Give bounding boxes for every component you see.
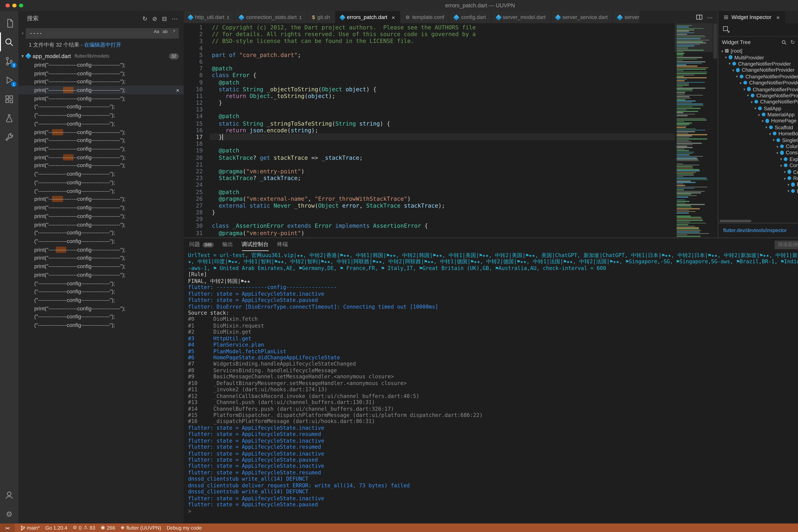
editor-scrollbar[interactable] xyxy=(713,23,718,238)
search-result-row[interactable]: ("----------------config----------------… xyxy=(18,321,184,329)
problems-status-item[interactable]: ⊘ 0 ⚠ 83 xyxy=(73,525,95,531)
code-line[interactable]: @pragma("vm:external-name", "Error_throw… xyxy=(209,195,675,202)
sidebar-item-run-debug[interactable]: 1 xyxy=(0,70,18,89)
code-line[interactable]: @patch xyxy=(209,113,675,120)
minimap[interactable] xyxy=(675,23,713,238)
scrollbar-thumb[interactable] xyxy=(714,23,717,59)
widget-tree-node-changenotifierprovider[interactable]: ▾ChangeNotifierProvider xyxy=(718,73,798,80)
more-actions-icon[interactable]: ⋯ xyxy=(172,16,177,21)
hscrollbar-thumb[interactable] xyxy=(720,220,752,222)
editor-tab-errors-patch-dart[interactable]: errors_patch.dart× xyxy=(336,11,401,23)
expand-caret-icon[interactable]: ▾ xyxy=(782,176,787,180)
code-line[interactable]: @patch xyxy=(209,65,675,72)
expand-caret-icon[interactable]: ▾ xyxy=(735,74,739,78)
code-line[interactable]: @pragma("vm:entry-point") xyxy=(209,168,675,175)
editor-tab-server-service-dart[interactable]: server_service.dart xyxy=(551,11,613,23)
search-result-row[interactable]: ("----------------config----------------… xyxy=(18,178,184,187)
code-line[interactable]: StackTrace? _stackTrace; xyxy=(209,175,675,182)
close-window-button[interactable] xyxy=(5,3,10,7)
search-result-row[interactable]: ("----------------config----------------… xyxy=(18,279,184,287)
search-result-row[interactable]: print("----------------config-----------… xyxy=(18,136,184,145)
refresh-icon[interactable]: ↻ xyxy=(142,16,147,21)
expand-caret-icon[interactable]: ▾ xyxy=(760,119,765,123)
select-widget-mode-icon[interactable] xyxy=(723,24,730,35)
expand-caret-icon[interactable]: ▾ xyxy=(775,144,779,149)
sidebar-item-source-control[interactable]: 3 xyxy=(0,51,18,70)
search-result-row[interactable]: print("----------------config-----------… xyxy=(18,86,184,94)
widget-tree-node-materialapp[interactable]: ▾MaterialApp xyxy=(718,111,798,118)
widget-tree-node-row[interactable]: ▾Row xyxy=(718,175,798,182)
code-editor[interactable]: 1234567891011121314151617181920212223242… xyxy=(184,23,718,238)
widget-tree-node-sailapp[interactable]: ▾SailApp xyxy=(718,105,798,111)
devtools-link[interactable]: flutter.dev/devtools/inspector xyxy=(723,228,787,233)
code-line[interactable]: return json.encode(string); xyxy=(209,127,675,133)
code-line[interactable]: // for details. All rights reserved. Use… xyxy=(209,31,675,38)
widget-tree-node-singlechildscrollview[interactable]: ▾SingleChildScrollView xyxy=(718,137,798,143)
code-line[interactable]: return Object._toString(object); xyxy=(209,92,675,99)
tab-close-icon[interactable]: × xyxy=(392,14,395,20)
expand-caret-icon[interactable]: ▾ xyxy=(742,87,746,91)
search-result-row[interactable]: print("----------------config-----------… xyxy=(18,220,184,229)
tree-hscrollbar[interactable] xyxy=(718,219,798,223)
search-result-row[interactable]: ("----------------config----------------… xyxy=(18,119,184,128)
search-result-row[interactable]: print("----------------config-----------… xyxy=(18,195,184,204)
search-result-row[interactable]: ("----------------config----------------… xyxy=(18,170,184,178)
widget-tree-node-column[interactable]: ▾Column xyxy=(718,143,798,150)
console-filter-input[interactable] xyxy=(774,240,798,249)
account-button[interactable] xyxy=(0,486,18,505)
open-in-editor-link[interactable]: 在编辑器中打开 xyxy=(84,42,121,48)
editor-tab-git-sh[interactable]: $git.sh xyxy=(307,11,336,23)
expand-caret-icon[interactable]: ▾ xyxy=(768,132,772,136)
expand-caret-icon[interactable]: ▾ xyxy=(775,151,779,155)
branch-status-item[interactable]: main* xyxy=(20,525,40,531)
remote-indicator[interactable]: >< xyxy=(0,524,15,532)
widget-tree-node-column[interactable]: ▾Column xyxy=(718,169,798,175)
widget-tree-node-changenotifierprovider[interactable]: ▾ChangeNotifierProvider xyxy=(718,67,798,73)
code-line[interactable] xyxy=(209,182,675,188)
search-result-row[interactable]: print("----------------config-----------… xyxy=(18,304,184,312)
expand-caret-icon[interactable]: ▾ xyxy=(720,49,724,53)
search-result-row[interactable]: print("----------------config-----------… xyxy=(18,254,184,262)
code-line[interactable]: } xyxy=(209,99,675,106)
expand-caret-icon[interactable]: ▾ xyxy=(764,125,768,129)
code-line[interactable]: @patch xyxy=(209,147,675,154)
expand-caret-icon[interactable]: ▾ xyxy=(753,106,758,110)
code-line[interactable]: // BSD-style license that can be found i… xyxy=(209,38,675,44)
sidebar-item-extensions[interactable] xyxy=(0,89,18,108)
code-line[interactable]: @patch xyxy=(209,188,675,195)
widget-tree-node-changenotifierprovider[interactable]: ▾ChangeNotifierProvider xyxy=(718,92,798,99)
widget-tree-node-scaffold[interactable]: ▾Scaffold xyxy=(718,124,798,131)
expand-caret-icon[interactable]: ▾ xyxy=(757,112,761,117)
search-result-row[interactable]: print("----------------config-----------… xyxy=(18,77,184,86)
search-result-row[interactable]: ("----------------config----------------… xyxy=(18,296,184,304)
code-line[interactable]: @pragma("vm:entry-point") xyxy=(209,229,675,236)
search-result-row[interactable]: print("----------------config-----------… xyxy=(18,271,184,279)
expand-caret-icon[interactable]: ▾ xyxy=(749,100,754,104)
search-result-row[interactable]: print("----------------config-----------… xyxy=(18,212,184,220)
code-line[interactable]: StackTrace? get stackTrace => _stackTrac… xyxy=(209,154,675,161)
minimize-window-button[interactable] xyxy=(12,3,16,7)
search-result-row[interactable]: ("----------------config----------------… xyxy=(18,312,184,321)
expand-caret-icon[interactable]: ▾ xyxy=(779,157,783,161)
code-line[interactable]: @patch xyxy=(209,79,675,86)
widget-tree-node-consumer[interactable]: ▾Consumer xyxy=(718,150,798,156)
panel-tab-调试控制台[interactable]: 调试控制台 xyxy=(242,238,269,251)
widget-tree-node--root-[interactable]: ▾[root] xyxy=(718,48,798,54)
expand-caret-icon[interactable]: ▾ xyxy=(731,68,736,72)
clear-results-icon[interactable]: ⊘ xyxy=(152,16,157,21)
titlebar[interactable]: errors_patch.dart — UUVPN xyxy=(0,0,798,11)
editor-tab-server-model-dart[interactable]: server_model.dart xyxy=(491,11,551,23)
editor-tab-template-conf[interactable]: ⚙template.conf xyxy=(401,11,450,23)
editor-tab-config-dart[interactable]: config.dart xyxy=(450,11,491,23)
search-result-row[interactable]: print("----------------config-----------… xyxy=(18,204,184,212)
expand-caret-icon[interactable]: ▾ xyxy=(786,189,791,193)
tree-refresh-icon[interactable]: ↻ xyxy=(790,39,795,45)
code-line[interactable] xyxy=(209,140,675,147)
widget-tree-node-multiprovider[interactable]: ▾MultiProvider xyxy=(718,54,798,60)
debug-console[interactable]: UrlTest = url-test, 官网uuu361.vip|★★, 中转2… xyxy=(184,251,798,524)
editor-more-actions-icon[interactable]: ⋯ xyxy=(707,14,713,20)
collapse-all-icon[interactable]: ⊟ xyxy=(162,16,167,21)
editor-tab-server-patch-dart[interactable]: server_patch.dart xyxy=(613,11,640,23)
widget-tree-node-homepage[interactable]: ▾HomePage xyxy=(718,118,798,124)
search-result-row[interactable]: print("----------------config-----------… xyxy=(18,245,184,254)
